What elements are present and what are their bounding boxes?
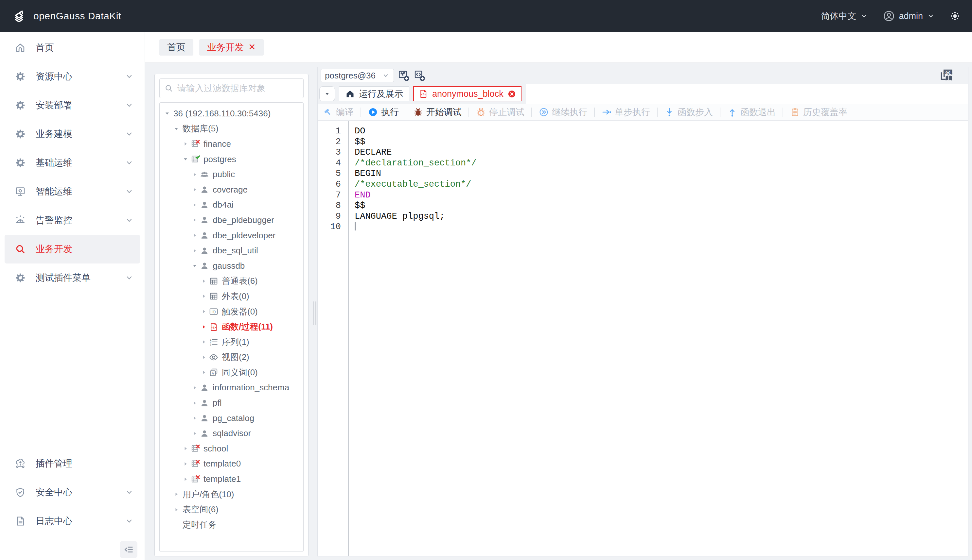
terminal-plus-icon[interactable]: [398, 70, 409, 82]
caret-right-icon[interactable]: [200, 354, 207, 361]
sql-reference-button[interactable]: SQL: [939, 68, 954, 83]
tree-node[interactable]: gaussdb: [160, 258, 303, 273]
sidebar-item-home[interactable]: 首页: [0, 33, 145, 62]
tree-node[interactable]: school: [160, 441, 303, 457]
tree-expander[interactable]: [190, 385, 199, 391]
sidebar-item-security-center[interactable]: 安全中心: [0, 478, 145, 507]
tree-expander[interactable]: [190, 263, 199, 269]
caret-right-icon[interactable]: [182, 445, 189, 452]
sidebar-item-basic-ops[interactable]: 基础运维: [0, 148, 145, 177]
caret-right-icon[interactable]: [191, 202, 198, 208]
tree-expander[interactable]: [190, 415, 199, 422]
page-tab-home[interactable]: 首页: [159, 39, 193, 55]
new-sql-window-button[interactable]: [414, 70, 425, 82]
tree-expander[interactable]: [172, 507, 180, 513]
sidebar-item-alert-monitor[interactable]: 告警监控: [0, 206, 145, 235]
tree-expander[interactable]: [190, 430, 199, 437]
tree-node[interactable]: dbe_pldebugger: [160, 212, 303, 228]
tree-node[interactable]: 普通表(6): [160, 273, 303, 289]
caret-right-icon[interactable]: [191, 217, 198, 223]
tree-expander[interactable]: [172, 491, 180, 498]
tree-node[interactable]: A同义词(0): [160, 365, 303, 380]
sidebar-item-plugin-manage[interactable]: 插件管理: [0, 449, 145, 478]
language-selector[interactable]: 简体中文: [821, 10, 868, 22]
tree-node[interactable]: pfl: [160, 395, 303, 411]
caret-right-icon[interactable]: [191, 232, 198, 238]
tree-node[interactable]: 定时任务: [160, 517, 303, 533]
close-circle-wrap[interactable]: [508, 90, 516, 98]
caret-down-icon[interactable]: [182, 156, 189, 162]
sidebar-item-install-deploy[interactable]: 安装部署: [0, 91, 145, 120]
caret-down-icon[interactable]: [164, 110, 170, 117]
caret-right-icon[interactable]: [182, 461, 189, 467]
tree-expander[interactable]: [200, 339, 208, 345]
panel-splitter-grip[interactable]: [315, 302, 316, 325]
editor-tab-run-display[interactable]: 运行及展示: [339, 86, 409, 101]
close-circle-icon[interactable]: [508, 90, 516, 98]
tree-expander[interactable]: [200, 323, 208, 330]
editor-tab-anonymous-block[interactable]: </>anonymous_block: [413, 86, 521, 101]
tab-list-dropdown-button[interactable]: [319, 86, 335, 101]
tree-expander[interactable]: [200, 369, 208, 376]
tree-node[interactable]: 视图(2): [160, 350, 303, 365]
tree-expander[interactable]: [200, 308, 208, 315]
sidebar-item-business-dev[interactable]: 业务开发: [5, 235, 140, 263]
tree-node[interactable]: public: [160, 167, 303, 182]
tree-expander[interactable]: [181, 476, 190, 483]
tree-node[interactable]: template0: [160, 457, 303, 472]
tree-expander[interactable]: [190, 171, 199, 178]
tree-node[interactable]: 表空间(6): [160, 502, 303, 517]
caret-right-icon[interactable]: [191, 171, 198, 178]
sidebar-item-resource-center[interactable]: 资源中心: [0, 62, 145, 91]
tree-expander[interactable]: [200, 293, 208, 300]
tree-expander[interactable]: [200, 278, 208, 284]
sun-icon[interactable]: [950, 11, 960, 21]
toolbar-compile-button[interactable]: 编译: [323, 106, 354, 118]
toolbar-step-into-button[interactable]: 函数步入: [665, 106, 713, 118]
sidebar-item-log-center[interactable]: 日志中心: [0, 507, 145, 535]
close-icon[interactable]: ✕: [248, 43, 256, 52]
connection-select[interactable]: postgres@36: [321, 69, 394, 82]
sidebar-item-intelligent-ops[interactable]: 智能运维: [0, 177, 145, 206]
tree-node[interactable]: pg_catalog: [160, 411, 303, 426]
tree-node[interactable]: sqladvisor: [160, 426, 303, 441]
tree-expander[interactable]: [181, 156, 190, 162]
sidebar-item-business-modeling[interactable]: 业务建模: [0, 120, 145, 148]
tree-filter-input[interactable]: [177, 83, 299, 93]
toolbar-execute-button[interactable]: 执行: [368, 106, 399, 118]
tree-node[interactable]: template1: [160, 472, 303, 487]
tree-expander[interactable]: [163, 110, 172, 117]
toolbar-step-out-button[interactable]: 函数退出: [727, 106, 776, 118]
tree-node[interactable]: postgres: [160, 152, 303, 167]
toolbar-step-over-button[interactable]: 单步执行: [602, 106, 650, 118]
tree-node[interactable]: dbe_pldeveloper: [160, 228, 303, 243]
toolbar-continue-exec-button[interactable]: 继续执行: [539, 106, 587, 118]
page-tab-business-dev[interactable]: 业务开发✕: [199, 39, 264, 55]
tree-expander[interactable]: [190, 400, 199, 407]
codefile-plus-icon[interactable]: [414, 70, 425, 82]
tree-expander[interactable]: [181, 140, 190, 147]
tree-node[interactable]: </>函数/过程(11): [160, 319, 303, 335]
tree-node[interactable]: 36 (192.168.110.30:5436): [160, 106, 303, 121]
caret-right-icon[interactable]: [182, 476, 189, 483]
tree-expander[interactable]: [190, 186, 199, 193]
tree-node[interactable]: 用户/角色(10): [160, 487, 303, 502]
tree-node[interactable]: 外表(0): [160, 289, 303, 304]
caret-right-icon[interactable]: [200, 293, 207, 300]
tree-expander[interactable]: [181, 461, 190, 467]
caret-right-icon[interactable]: [173, 491, 180, 498]
tree-expander[interactable]: [190, 232, 199, 238]
caret-down-icon[interactable]: [191, 263, 198, 269]
caret-right-icon[interactable]: [191, 430, 198, 437]
code-editor[interactable]: 12345678910 DO$$DECLARE/*declaration_sec…: [318, 121, 968, 556]
caret-right-icon[interactable]: [200, 278, 207, 284]
tree-expander[interactable]: [200, 354, 208, 361]
caret-right-red-icon[interactable]: [200, 323, 207, 330]
caret-right-icon[interactable]: [200, 339, 207, 345]
sql-book-icon[interactable]: SQL: [939, 68, 954, 83]
tree-expander[interactable]: [190, 247, 199, 254]
caret-right-icon[interactable]: [200, 308, 207, 315]
caret-right-icon[interactable]: [182, 140, 189, 147]
tree-expander[interactable]: [172, 125, 180, 132]
tree-node[interactable]: coverage: [160, 182, 303, 197]
